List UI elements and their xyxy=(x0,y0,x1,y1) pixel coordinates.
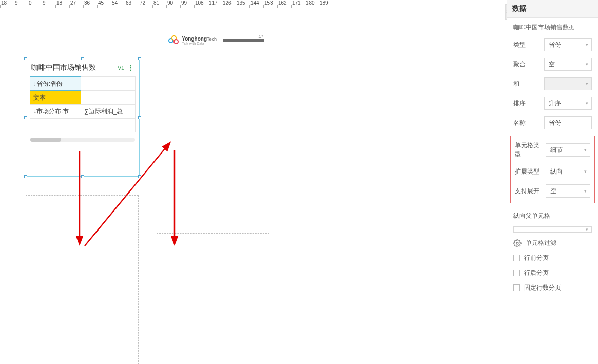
data-panel: 数据 咖啡中国市场销售数据 类型 省份▾ 聚合 空▾ 和 ▾ 排序 升序▾ 名称… xyxy=(507,0,598,364)
chevron-down-icon: ▾ xyxy=(584,147,587,152)
chevron-down-icon: ▾ xyxy=(584,169,587,174)
logo-icon xyxy=(168,35,179,46)
page-before-label: 行前分页 xyxy=(524,254,549,262)
resize-handle[interactable] xyxy=(138,57,141,60)
table-widget[interactable]: 咖啡中国市场销售数 ∇1 ⋮ ↓省份:省份 文本 xyxy=(26,59,140,177)
placeholder-region[interactable] xyxy=(144,59,269,207)
filter-icon[interactable]: ∇1 xyxy=(118,65,124,71)
fixed-rows-label: 固定行数分页 xyxy=(524,283,561,292)
placeholder-region[interactable] xyxy=(26,195,139,364)
v-parent-label: 纵向父单元格 xyxy=(513,212,592,220)
sort-select[interactable]: 升序▾ xyxy=(544,97,592,110)
horizontal-ruler: 1890918273645546372819099108117126135144… xyxy=(0,0,415,8)
resize-handle[interactable] xyxy=(81,57,84,60)
chevron-down-icon: ▾ xyxy=(586,42,588,47)
header-region[interactable]: YonghongTech Talk with Data xyxy=(26,28,269,53)
cell-profit-sum[interactable]: ∑边际利润_总 xyxy=(81,105,135,119)
sum-select: ▾ xyxy=(544,77,592,90)
name-label: 名称 xyxy=(513,119,542,127)
resize-handle[interactable] xyxy=(81,175,84,178)
logo-brand: Yonghong xyxy=(182,36,207,42)
resize-handle[interactable] xyxy=(24,175,27,178)
chevron-down-icon: ▾ xyxy=(586,227,588,232)
cell-filter-label[interactable]: 单元格过滤 xyxy=(526,239,556,247)
data-source-name: 咖啡中国市场销售数据 xyxy=(513,23,592,32)
name-input[interactable]: 省份 xyxy=(544,116,592,129)
widget-menu-icon[interactable]: ⋮ xyxy=(127,64,134,72)
cell-market-header[interactable]: ↓市场分布:市 xyxy=(30,105,81,119)
resize-handle[interactable] xyxy=(138,116,141,119)
chevron-down-icon: ▾ xyxy=(584,188,587,194)
cell[interactable] xyxy=(30,119,81,132)
v-parent-select[interactable]: ▾ xyxy=(513,226,592,233)
logo-tagline: Talk with Data xyxy=(182,42,217,45)
cell-province-header[interactable]: ↓省份:省份 xyxy=(30,77,81,91)
resize-handle[interactable] xyxy=(138,175,141,178)
logo-suffix: Tech xyxy=(207,36,217,42)
expand-type-label: 扩展类型 xyxy=(515,167,544,176)
widget-title: 咖啡中国市场销售数 xyxy=(31,63,96,72)
highlighted-settings-group: 单元格类型 细节▾ 扩展类型 纵向▾ 支持展开 空▾ xyxy=(510,136,595,203)
page-before-checkbox[interactable] xyxy=(513,255,520,261)
panel-title: 数据 xyxy=(507,0,598,18)
report-page: YonghongTech Talk with Data xyxy=(26,28,277,364)
support-expand-select[interactable]: 空▾ xyxy=(546,184,590,198)
bi-bar xyxy=(223,39,264,42)
fixed-rows-checkbox[interactable] xyxy=(513,284,520,291)
svg-point-3 xyxy=(516,242,518,244)
page-after-checkbox[interactable] xyxy=(513,270,520,276)
gear-icon[interactable] xyxy=(513,239,522,247)
data-grid[interactable]: ↓省份:省份 文本 ↓市场分布:市 ∑边际利润_总 xyxy=(30,76,136,132)
cell-type-label: 单元格类型 xyxy=(515,141,544,159)
chevron-down-icon: ▾ xyxy=(586,62,588,67)
chevron-down-icon: ▾ xyxy=(586,81,588,86)
support-expand-label: 支持展开 xyxy=(515,187,544,196)
sort-label: 排序 xyxy=(513,99,542,108)
horizontal-scrollbar[interactable] xyxy=(30,138,135,142)
cell[interactable] xyxy=(81,91,135,105)
agg-select[interactable]: 空▾ xyxy=(544,58,592,71)
resize-handle[interactable] xyxy=(24,57,27,60)
type-label: 类型 xyxy=(513,41,542,49)
placeholder-region[interactable] xyxy=(157,233,269,364)
logo: YonghongTech Talk with Data xyxy=(168,35,264,46)
cell[interactable] xyxy=(81,119,135,132)
page-after-label: 行后分页 xyxy=(524,269,549,277)
cell[interactable] xyxy=(81,77,135,91)
sum-label: 和 xyxy=(513,80,542,88)
cell-text[interactable]: 文本 xyxy=(30,91,81,105)
resize-handle[interactable] xyxy=(24,116,27,119)
agg-label: 聚合 xyxy=(513,60,542,69)
cell-type-select[interactable]: 细节▾ xyxy=(546,143,590,157)
expand-type-select[interactable]: 纵向▾ xyxy=(546,165,590,178)
chevron-down-icon: ▾ xyxy=(586,101,588,106)
type-select[interactable]: 省份▾ xyxy=(544,38,592,51)
